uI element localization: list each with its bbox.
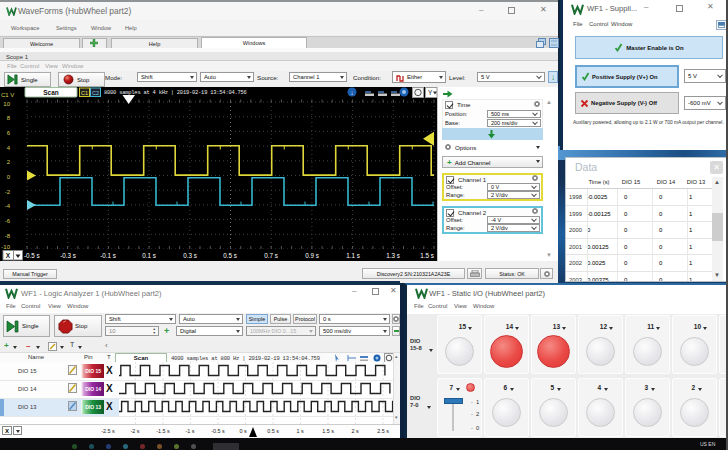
svg-text:-8: -8 (5, 233, 11, 239)
svg-text:Y: Y (428, 89, 433, 96)
svg-text:1.5 s: 1.5 s (420, 252, 434, 259)
svg-text:0.9 s: 0.9 s (305, 252, 319, 259)
svg-text:1.3 s: 1.3 s (386, 252, 400, 259)
svg-text:-0.5 s: -0.5 s (24, 252, 40, 259)
svg-text:C1 V: C1 V (1, 92, 14, 98)
svg-text:0.3 s: 0.3 s (183, 252, 197, 259)
svg-text:X: X (6, 252, 11, 259)
svg-text:-4: -4 (5, 203, 11, 209)
svg-text:-6: -6 (5, 218, 11, 224)
svg-text:10: 10 (3, 101, 10, 107)
svg-text:-0.3 s: -0.3 s (60, 252, 76, 259)
svg-text:C2: C2 (92, 90, 99, 96)
svg-text:-2: -2 (5, 189, 11, 195)
svg-text:↓: ↓ (351, 90, 354, 96)
svg-text:8000 samples at 4 kHz | 2019-0: 8000 samples at 4 kHz | 2019-02-19 13:54… (104, 90, 247, 96)
svg-text:0.1 s: 0.1 s (142, 252, 156, 259)
svg-text:1.1 s: 1.1 s (346, 252, 360, 259)
svg-text:Scan: Scan (43, 89, 59, 96)
svg-text:0.7 s: 0.7 s (264, 252, 278, 259)
svg-text:-0.1 s: -0.1 s (100, 252, 116, 259)
svg-text:0.5 s: 0.5 s (223, 252, 237, 259)
svg-text:C1: C1 (81, 90, 88, 96)
